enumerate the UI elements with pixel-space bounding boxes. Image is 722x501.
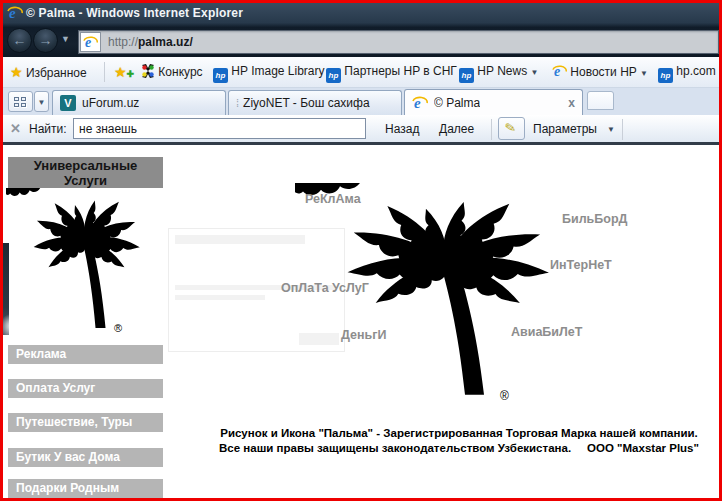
main-palm-image xyxy=(295,183,595,410)
registered-mark: ® xyxy=(114,322,122,334)
tab-close-icon[interactable]: x xyxy=(560,96,575,110)
favorites-bar: ★ Избранное ★✚ Конкурс hp HP Image Libra… xyxy=(0,57,722,88)
add-favorite-button[interactable]: ★✚ xyxy=(114,64,134,80)
page-favicon-icon xyxy=(80,32,101,52)
chevron-down-icon: ▼ xyxy=(530,68,538,77)
registered-mark: ® xyxy=(500,389,509,403)
tab-list-caret-button[interactable]: ▼ xyxy=(34,91,49,112)
sidebar-item-butik[interactable]: Бутик У вас Дома xyxy=(8,448,163,467)
new-tab-button[interactable] xyxy=(587,91,614,110)
uforum-icon: V xyxy=(60,95,76,111)
favorites-link-hp-partners[interactable]: hp Партнеры HP в СНГ xyxy=(326,64,457,83)
recent-pages-caret[interactable]: ▼ xyxy=(61,34,70,44)
quick-tabs-grid-icon xyxy=(14,97,27,108)
favorites-center-button[interactable]: ★ Избранное xyxy=(10,64,87,80)
find-options-button[interactable]: Параметры xyxy=(533,122,597,136)
sidebar-item-oplata[interactable]: Оплата Услуг xyxy=(8,379,163,398)
palm-label-reklama: РеКлАма xyxy=(305,192,361,206)
palm-label-oplata-uslug: ОпЛаТа УсЛуГ xyxy=(281,281,369,295)
palm-label-aviabilet: АвиаБиЛеТ xyxy=(511,325,582,339)
quick-tabs-button[interactable] xyxy=(8,91,33,112)
palm-label-internet: ИнТерНеТ xyxy=(550,258,612,272)
highlighter-pen-icon: ✎ xyxy=(504,119,517,136)
find-bar: ✕ Найти: Назад Далее ✎ Параметры ▼ xyxy=(0,115,722,145)
sidebar-item-reklama[interactable]: Реклама xyxy=(8,345,163,364)
tab-bar: ▼ V uForum.uz ⁞ ZiyoNET - Бош сахифа © P… xyxy=(0,88,722,115)
find-close-icon[interactable]: ✕ xyxy=(10,121,21,136)
ie-icon xyxy=(412,95,428,111)
forward-button[interactable]: → xyxy=(33,28,58,53)
favorites-link-konkurs[interactable]: Конкурс xyxy=(141,64,203,79)
footer-line-1: Рисунок и Икона "Пальма" - Зарегистриров… xyxy=(196,426,722,441)
sidebar-item-podarki[interactable]: Подарки Родным xyxy=(8,479,163,498)
sidebar-header: Универсальные Услуги xyxy=(8,157,163,188)
favorites-link-hp-novosti[interactable]: Новости HP ▼ xyxy=(552,64,648,79)
separator xyxy=(622,119,623,140)
find-next-button[interactable]: Далее xyxy=(439,122,474,136)
chevron-down-icon: ▼ xyxy=(640,69,648,78)
hp-logo-icon: hp xyxy=(213,68,228,83)
add-favorite-star-icon: ★ xyxy=(114,64,127,80)
favorites-link-hp-com[interactable]: hp hp.com xyxy=(658,64,716,83)
hp-logo-icon: hp xyxy=(658,68,673,83)
ie-logo-icon xyxy=(7,5,23,21)
forward-arrow-icon: → xyxy=(39,32,53,48)
separator xyxy=(491,119,492,140)
address-bar[interactable]: http://palma.uz/ xyxy=(78,30,719,54)
plus-icon: ✚ xyxy=(127,69,135,79)
palm-label-bilbord: БильБорД xyxy=(562,212,627,226)
favorites-label: Избранное xyxy=(26,66,87,80)
favorites-link-hp-news[interactable]: hp HP News ▼ xyxy=(459,64,538,83)
tab-palma-active[interactable]: © Palma x xyxy=(404,89,583,115)
hp-logo-icon: hp xyxy=(326,68,341,83)
highlight-button[interactable]: ✎ xyxy=(498,117,525,140)
sidebar-palm-image xyxy=(6,188,164,338)
url-host: palma.uz/ xyxy=(138,35,193,49)
back-arrow-icon: ← xyxy=(13,32,27,48)
palm-label-dengi: ДеньгИ xyxy=(341,328,386,342)
favorites-link-hp-image-library[interactable]: hp HP Image Library xyxy=(213,64,325,83)
page-content: Универсальные Услуги ® Реклама Оплата Ус… xyxy=(0,145,722,498)
separator xyxy=(104,62,105,82)
tab-ziyonet[interactable]: ⁞ ZiyoNET - Бош сахифа xyxy=(228,90,402,115)
window-chrome: © Palma - Windows Internet Explorer ← → … xyxy=(0,0,722,57)
chevron-down-icon: ▼ xyxy=(607,125,615,134)
window-title: © Palma - Windows Internet Explorer xyxy=(26,6,243,20)
back-button[interactable]: ← xyxy=(7,28,32,53)
find-input[interactable] xyxy=(73,118,366,139)
find-back-button[interactable]: Назад xyxy=(385,122,419,136)
sidebar-item-travel[interactable]: Путешествие, Туры xyxy=(8,413,163,432)
ziyonet-icon: ⁞ xyxy=(236,97,237,109)
pinwheel-icon xyxy=(141,64,155,78)
favorites-star-icon: ★ xyxy=(10,64,23,80)
ie-icon xyxy=(552,64,567,79)
footer-line-2: Все наши правы защищены законодательство… xyxy=(196,441,722,456)
trademark-footer: Рисунок и Икона "Пальма" - Зарегистриров… xyxy=(196,426,722,456)
browser-window: © Palma - Windows Internet Explorer ← → … xyxy=(0,0,722,501)
hp-logo-icon: hp xyxy=(459,68,474,83)
url-scheme: http:// xyxy=(108,35,138,49)
tab-uforum[interactable]: V uForum.uz xyxy=(52,90,226,115)
find-label: Найти: xyxy=(29,122,67,136)
